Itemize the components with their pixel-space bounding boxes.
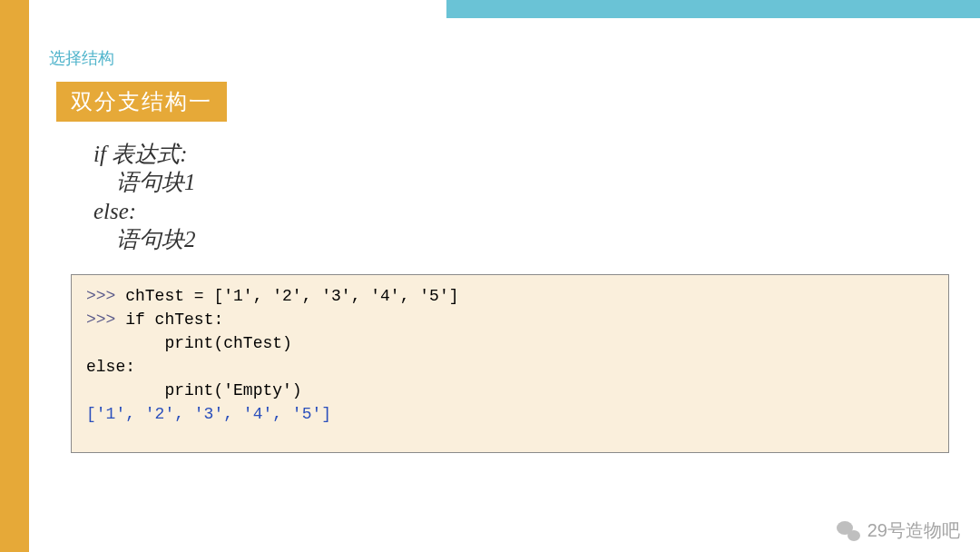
page-title: 选择结构 xyxy=(49,47,114,69)
watermark: 29号造物吧 xyxy=(837,518,960,543)
pseudo-line: if 表达式: xyxy=(93,142,187,166)
code-text: print('Empty') xyxy=(86,381,302,399)
code-line: >>> if chTest: xyxy=(86,308,934,331)
code-text: print(chTest) xyxy=(86,334,292,352)
pseudo-line: else: xyxy=(93,199,136,223)
wechat-icon xyxy=(837,521,860,541)
section-title-box: 双分支结构一 xyxy=(56,82,227,122)
code-text: if chTest: xyxy=(125,310,223,329)
code-line: >>> chTest = ['1', '2', '3', '4', '5'] xyxy=(86,284,934,308)
pseudo-line: 语句块2 xyxy=(93,227,196,251)
code-text: chTest = ['1', '2', '3', '4', '5'] xyxy=(125,287,458,305)
left-border-decoration xyxy=(0,0,29,552)
repl-prompt: >>> xyxy=(86,287,125,305)
code-text: else: xyxy=(86,358,135,376)
code-line: print('Empty') xyxy=(86,379,934,402)
pseudocode-block: if 表达式: 语句块1 else: 语句块2 xyxy=(93,140,196,253)
repl-prompt: >>> xyxy=(86,310,125,329)
code-output: ['1', '2', '3', '4', '5'] xyxy=(86,402,934,426)
pseudo-line: 语句块1 xyxy=(93,170,196,194)
watermark-text: 29号造物吧 xyxy=(867,518,960,543)
top-border-decoration xyxy=(446,0,980,18)
code-line: else: xyxy=(86,355,934,379)
code-example-panel: >>> chTest = ['1', '2', '3', '4', '5'] >… xyxy=(71,274,949,453)
code-line: print(chTest) xyxy=(86,331,934,355)
